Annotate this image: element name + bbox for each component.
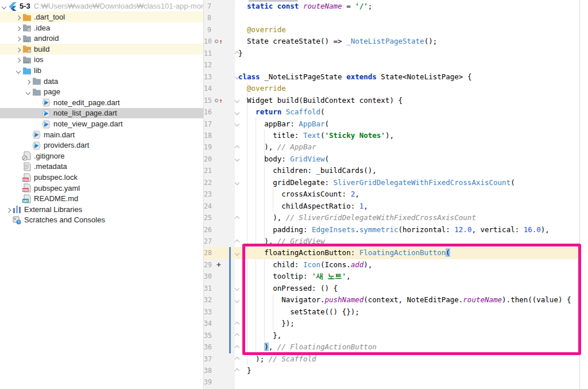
line-number[interactable]: 7 xyxy=(204,1,211,12)
line-number[interactable]: 20 xyxy=(204,153,211,165)
tree-item-readme-md[interactable]: MDREADME.md xyxy=(0,194,204,205)
chevron-right-icon[interactable] xyxy=(24,77,32,86)
line-number[interactable]: 14 xyxy=(204,83,211,94)
chevron-down-icon[interactable] xyxy=(0,2,8,10)
code-line-12[interactable]: 12 xyxy=(204,59,588,71)
code-line-18[interactable]: 18 title: Text('Sticky Notes'), xyxy=(204,130,588,141)
line-number[interactable]: 30 xyxy=(204,271,211,282)
tree-item-android[interactable]: android xyxy=(0,33,204,44)
tree-item-dart-tool[interactable]: .dart_tool xyxy=(0,11,204,22)
chevron-down-icon[interactable] xyxy=(24,87,32,96)
code-line-32[interactable]: 32 Navigator.pushNamed(context, NoteEdit… xyxy=(204,294,588,306)
line-number[interactable]: 34 xyxy=(204,318,211,329)
chevron-right-icon[interactable] xyxy=(5,205,13,214)
code-line-22[interactable]: 22 gridDelegate: SliverGridDelegateWithF… xyxy=(204,177,588,188)
project-root-row[interactable]: 5-3 C:₩Users₩wade₩Downloads₩class101-app… xyxy=(0,1,203,12)
line-number[interactable]: 11 xyxy=(204,48,211,59)
chevron-right-icon[interactable] xyxy=(14,45,22,53)
overriding-method-icon[interactable]: ↑ xyxy=(214,36,224,48)
code-line-16[interactable]: 16 return Scaffold( xyxy=(204,106,588,118)
line-number[interactable]: 33 xyxy=(204,306,211,318)
line-number[interactable]: 27 xyxy=(204,236,211,247)
code-line-31[interactable]: 31 onPressed: () { xyxy=(204,283,588,294)
tree-item-metadata[interactable]: .metadata xyxy=(0,161,204,172)
code-line-29[interactable]: 29+ child: Icon(Icons.add), xyxy=(204,259,588,271)
tree-item-lib[interactable]: lib xyxy=(0,65,204,76)
line-number[interactable]: 8 xyxy=(204,12,211,24)
code-line-24[interactable]: 24 childAspectRatio: 1, xyxy=(204,201,588,212)
tree-item-note-edit-page-dart[interactable]: note_edit_page.dart xyxy=(0,97,204,108)
code-line-39[interactable]: 39 xyxy=(204,376,588,388)
tree-item-data[interactable]: data xyxy=(0,76,204,87)
tree-item-pubspec-yaml[interactable]: YMLpubspec.yaml xyxy=(0,183,204,194)
line-number[interactable]: 16 xyxy=(204,106,211,118)
line-number[interactable]: 9 xyxy=(204,24,211,36)
line-number[interactable]: 18 xyxy=(204,130,211,141)
chevron-right-icon[interactable] xyxy=(14,24,22,32)
code-line-33[interactable]: 33 setState(() {}); xyxy=(204,306,588,318)
code-line-27[interactable]: 27 ), // GridView xyxy=(204,236,588,247)
line-number[interactable]: 31 xyxy=(204,283,211,294)
line-number[interactable]: 21 xyxy=(204,165,211,176)
tree-item-pubspec-lock[interactable]: YMLpubspec.lock xyxy=(0,172,204,183)
line-number[interactable]: 24 xyxy=(204,201,211,212)
code-line-9[interactable]: 9 @override xyxy=(204,24,588,36)
code-line-21[interactable]: 21 children: _buildCards(), xyxy=(204,165,588,176)
line-number[interactable]: 13 xyxy=(204,71,211,83)
chevron-right-icon[interactable] xyxy=(14,13,22,21)
line-number[interactable]: 29 xyxy=(204,259,211,271)
line-number[interactable]: 22 xyxy=(204,177,211,188)
line-number[interactable]: 35 xyxy=(204,330,211,341)
line-number[interactable]: 37 xyxy=(204,353,211,365)
line-number[interactable]: 25 xyxy=(204,212,211,224)
code-line-10[interactable]: 10↑ State createState() => _NoteListPage… xyxy=(204,36,588,47)
overriding-method-icon[interactable]: ↑ xyxy=(214,95,224,107)
line-number[interactable]: 26 xyxy=(204,224,211,236)
tree-item-providers-dart[interactable]: providers.dart xyxy=(0,140,204,151)
tree-item-page[interactable]: page xyxy=(0,87,204,98)
code-line-13[interactable]: 13class _NoteListPageState extends State… xyxy=(204,71,588,83)
line-number[interactable]: 17 xyxy=(204,118,211,130)
code-line-23[interactable]: 23 crossAxisCount: 2, xyxy=(204,188,588,200)
code-line-14[interactable]: 14 @override xyxy=(204,83,588,94)
chevron-right-icon[interactable] xyxy=(14,34,22,43)
code-line-8[interactable]: 8 xyxy=(204,12,588,24)
tree-item-gitignore[interactable]: .gitignore xyxy=(0,151,204,161)
line-number[interactable]: 23 xyxy=(204,188,211,200)
code-line-35[interactable]: 35 }, xyxy=(204,330,588,341)
tree-item-ios[interactable]: ios xyxy=(0,55,204,66)
code-line-30[interactable]: 30 tooltip: '새 노트', xyxy=(204,271,588,282)
code-line-20[interactable]: 20 body: GridView( xyxy=(204,153,588,165)
code-line-11[interactable]: 11} xyxy=(204,48,588,59)
code-line-28[interactable]: 28 floatingActionButton: FloatingActionB… xyxy=(204,247,579,259)
code-line-19[interactable]: 19 ), // AppBar xyxy=(204,141,588,153)
line-number[interactable]: 19 xyxy=(204,141,211,153)
code-line-7[interactable]: 7 static const routeName = '/'; xyxy=(204,1,588,12)
tree-item-note-view-page-dart[interactable]: note_view_page.dart xyxy=(0,118,204,129)
line-number[interactable]: 28 xyxy=(204,247,211,259)
line-number[interactable]: 10 xyxy=(204,36,211,47)
line-number[interactable]: 32 xyxy=(204,294,211,306)
chevron-down-icon[interactable] xyxy=(14,66,22,75)
code-line-38[interactable]: 38 } xyxy=(204,365,588,376)
gutter-plus-icon[interactable]: + xyxy=(214,259,224,271)
code-line-15[interactable]: 15↑ Widget build(BuildContext context) { xyxy=(204,95,588,106)
tree-item-scratches-and-consoles[interactable]: Scratches and Consoles xyxy=(0,215,204,226)
code-editor[interactable]: 7 static const routeName = '/';89 @overr… xyxy=(204,0,588,389)
code-line-37[interactable]: 37 ); // Scaffold xyxy=(204,353,588,365)
code-line-26[interactable]: 26 padding: EdgeInsets.symmetric(horizon… xyxy=(204,224,588,236)
tree-item-note-list-page-dart[interactable]: note_list_page.dart xyxy=(0,108,204,119)
line-number[interactable]: 38 xyxy=(204,365,211,376)
vcs-change-bar[interactable] xyxy=(229,247,231,353)
code-line-36[interactable]: 36 ), // FloatingActionButton xyxy=(204,341,588,353)
chevron-right-icon[interactable] xyxy=(14,55,22,64)
line-number[interactable]: 39 xyxy=(204,376,211,388)
tree-item-build[interactable]: build xyxy=(0,44,204,55)
tree-item-idea[interactable]: .idea xyxy=(0,22,204,33)
line-number[interactable]: 15 xyxy=(204,95,211,106)
code-line-25[interactable]: 25 ), // SliverGridDelegateWithFixedCros… xyxy=(204,212,588,224)
line-number[interactable]: 12 xyxy=(204,59,211,71)
code-line-34[interactable]: 34 }); xyxy=(204,318,588,329)
line-number[interactable]: 36 xyxy=(204,341,211,353)
tree-item-main-dart[interactable]: main.dart xyxy=(0,129,204,140)
